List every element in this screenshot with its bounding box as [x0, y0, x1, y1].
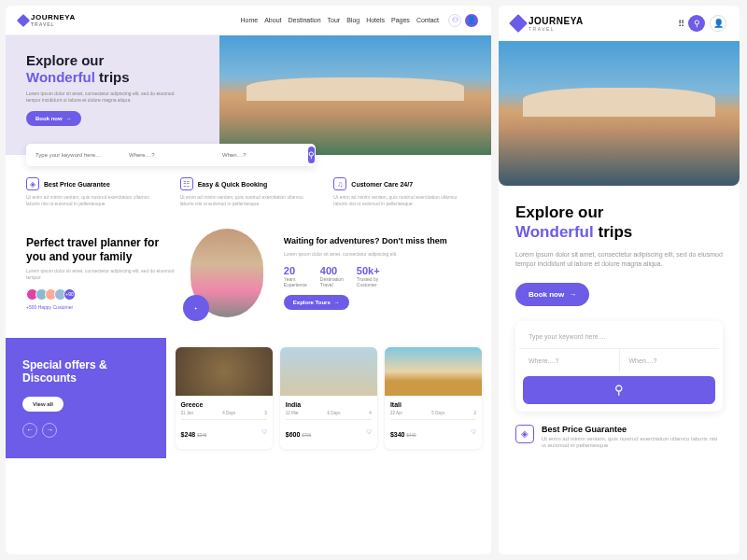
stat-number: 50k+ — [357, 265, 380, 276]
nav-hotels[interactable]: Hotels — [366, 17, 385, 23]
price: $248 — [181, 431, 196, 438]
offer-card[interactable]: Greece 31 Jan4 Days3 $248$348♡ — [176, 347, 273, 449]
logo[interactable]: JOURNEYA TRAVEL — [19, 13, 76, 27]
nav-blog[interactable]: Blog — [346, 17, 359, 23]
planner-title: Perfect travel planner for you and your … — [26, 236, 177, 263]
feature-title: Best Price Guarantee — [44, 181, 110, 188]
mobile-search-card: Type your keyword here.... Where....? Wh… — [515, 321, 723, 412]
explore-badge: ✦ — [183, 295, 209, 321]
arrow-right-icon: → — [66, 116, 72, 121]
hero-image — [219, 35, 491, 155]
card-image — [280, 347, 377, 396]
offers-title: Special offers & Discounts — [22, 358, 149, 385]
feature-desc: Ut enim ad minim veniam, quis nostrud ex… — [26, 194, 163, 206]
keyword-input[interactable] — [35, 152, 114, 158]
card-image — [176, 347, 273, 396]
logo-icon — [509, 14, 528, 33]
avatar-stack: +90 — [26, 288, 177, 301]
view-all-button[interactable]: View all — [22, 397, 63, 412]
book-now-button[interactable]: Book now → — [26, 111, 81, 126]
nav-about[interactable]: About — [264, 17, 281, 23]
mobile-nav: JOURNEYATRAVEL ⠿ ⚲ 👤 — [499, 6, 740, 41]
price-old: $440 — [406, 433, 416, 438]
mobile-hero-title: Explore ourWonderful trips — [515, 203, 723, 243]
user-icon[interactable]: 👤 — [710, 15, 726, 32]
nav-actions: ⚇ 👤 — [448, 14, 478, 27]
nav-tour[interactable]: Tour — [328, 17, 341, 23]
offers-section: Special offers & Discounts View all ←→ G… — [6, 338, 491, 458]
heart-icon[interactable]: ♡ — [471, 428, 476, 436]
feature-care: ♫Customer Care 24/7 Ut enim ad minim ven… — [333, 177, 471, 206]
heart-icon[interactable]: ♡ — [366, 428, 372, 436]
price: $600 — [286, 431, 301, 438]
feature-desc: Ut enim ad minim veniam, quis nostrud ex… — [180, 194, 317, 206]
when-input[interactable] — [222, 152, 301, 158]
nav-home[interactable]: Home — [241, 17, 259, 23]
brand-name: JOURNEYA — [529, 16, 584, 26]
price-old: $700 — [302, 433, 311, 438]
tag-icon: ◈ — [26, 177, 39, 190]
card-title: Greece — [181, 401, 267, 408]
hero: Explore ourWonderful trips Lorem ipsum d… — [6, 35, 491, 155]
price: $340 — [390, 431, 405, 438]
mobile-hero-image — [499, 41, 740, 186]
adventures-desc: Lorem ipsum dolor sit amet, consectetur … — [284, 251, 471, 258]
arrow-right-icon: → — [569, 290, 576, 299]
user-icon[interactable]: 👤 — [465, 14, 478, 27]
card-image — [385, 347, 482, 396]
prev-arrow-button[interactable]: ← — [22, 423, 37, 438]
logo-icon — [17, 13, 30, 26]
explore-tours-button[interactable]: Explore Tours → — [284, 295, 349, 310]
feature-desc: Ut enim ad minim veniam, quis nostrud ex… — [333, 194, 471, 206]
search-icon[interactable]: ⚲ — [688, 15, 705, 32]
nav-pages[interactable]: Pages — [391, 17, 410, 23]
avatar-more: +90 — [63, 288, 76, 301]
mobile-book-button[interactable]: Book now → — [515, 283, 589, 306]
mobile-feature: ◈ Best Price Guarantee Ut enim ad minim … — [499, 412, 740, 451]
price-old: $348 — [197, 433, 206, 438]
planner-section: Perfect travel planner for you and your … — [6, 219, 491, 327]
lock-icon[interactable]: ⚇ — [448, 14, 461, 27]
mobile-keyword-input[interactable]: Type your keyword here.... — [519, 325, 719, 349]
menu-dots-icon[interactable]: ⠿ — [678, 19, 684, 29]
search-bar: ⚲ — [26, 144, 316, 166]
mobile-logo[interactable]: JOURNEYATRAVEL — [512, 16, 584, 32]
offer-cards: Greece 31 Jan4 Days3 $248$348♡ India 12 … — [166, 338, 491, 458]
stat-number: 400 — [320, 265, 344, 276]
desktop-viewport: JOURNEYA TRAVEL Home About Destination T… — [6, 6, 491, 554]
heart-icon[interactable]: ♡ — [261, 428, 267, 436]
stats-row: 20YearsExperience 400DestinationTravel 5… — [284, 265, 471, 287]
card-title: India — [286, 401, 372, 408]
feature-booking: ☷Easy & Quick Booking Ut enim ad minim v… — [180, 177, 317, 206]
happy-customer-text: +500 Happy Customer — [26, 304, 177, 310]
mobile-feature-desc: Ut enim ad minim veniam, quis nostrud ex… — [542, 436, 723, 451]
card-title: Itali — [390, 401, 476, 408]
offer-card[interactable]: Itali 22 Apr5 Days2 $340$440♡ — [385, 347, 482, 449]
next-arrow-button[interactable]: → — [42, 423, 57, 438]
nav-contact[interactable]: Contact — [416, 17, 439, 23]
mobile-feature-title: Best Price Guarantee — [542, 425, 723, 434]
mobile-where-input[interactable]: Where....? — [519, 349, 620, 372]
adventures-title: Waiting for adventures? Don't miss them — [284, 236, 471, 246]
brand-name: JOURNEYA — [31, 13, 76, 21]
brand-sub: TRAVEL — [529, 26, 584, 32]
search-button[interactable]: ⚲ — [308, 147, 315, 163]
stat-number: 20 — [284, 265, 307, 276]
where-input[interactable] — [129, 152, 207, 158]
offer-card[interactable]: India 12 Mar6 Days4 $600$700♡ — [280, 347, 377, 449]
top-nav: JOURNEYA TRAVEL Home About Destination T… — [6, 6, 491, 35]
mobile-viewport: JOURNEYATRAVEL ⠿ ⚲ 👤 Explore ourWonderfu… — [499, 6, 740, 554]
mobile-when-input[interactable]: When....? — [620, 349, 720, 372]
feature-price: ◈Best Price Guarantee Ut enim ad minim v… — [26, 177, 163, 206]
brand-sub: TRAVEL — [31, 21, 76, 27]
feature-title: Customer Care 24/7 — [351, 181, 413, 188]
hero-title: Explore ourWonderful trips — [26, 52, 229, 86]
tag-icon: ◈ — [515, 425, 534, 443]
nav-destination[interactable]: Destination — [289, 17, 321, 23]
calendar-icon: ☷ — [180, 177, 193, 190]
hero-subtitle: Lorem ipsum dolor sit amet, consectetur … — [26, 91, 185, 104]
planner-desc: Lorem ipsum dolor sit amet, consectetur … — [26, 268, 177, 281]
planner-image: ✦ — [190, 229, 263, 317]
feature-title: Easy & Quick Booking — [198, 181, 268, 188]
mobile-search-button[interactable]: ⚲ — [523, 376, 715, 404]
